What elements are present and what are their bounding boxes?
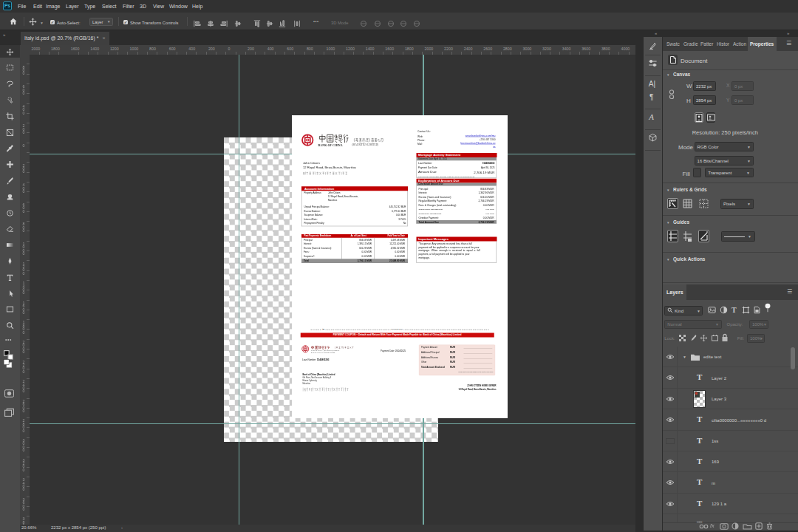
svg-text:A: A bbox=[648, 112, 654, 121]
svg-text:¶: ¶ bbox=[649, 93, 654, 101]
svg-text:A|: A| bbox=[649, 80, 656, 88]
